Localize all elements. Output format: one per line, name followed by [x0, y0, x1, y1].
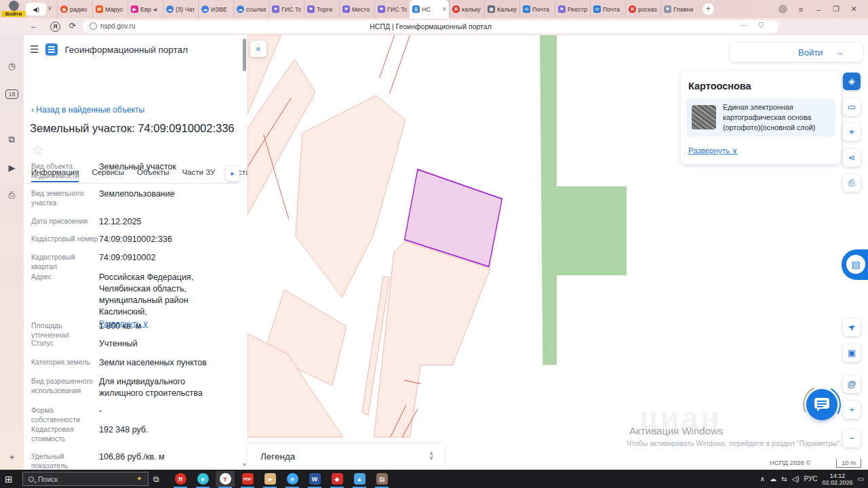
cadastral-parcel[interactable]: [374, 241, 491, 437]
start-button[interactable]: ⊞: [5, 474, 13, 485]
share-button[interactable]: ⋖: [843, 149, 861, 167]
layers-button[interactable]: ◈: [843, 73, 861, 90]
object-title: Земельный участок: 74:09:0910002:336: [30, 122, 235, 135]
chat-bubble-icon: [814, 397, 830, 412]
task-view-button[interactable]: ⧉: [153, 474, 159, 484]
collections-icon[interactable]: ⧉: [0, 134, 24, 145]
select-area-button[interactable]: ⌖: [843, 123, 861, 141]
hidden-icons-chevron[interactable]: ∧: [760, 475, 765, 483]
window-controls: ≡–❐✕: [792, 0, 863, 18]
taskbar-search[interactable]: Поиск ✦: [22, 472, 149, 486]
minimap-button[interactable]: ▣: [843, 344, 861, 362]
edge-app[interactable]: e: [193, 471, 212, 487]
clock[interactable]: 14:1202.02.2026: [823, 472, 853, 486]
word-app[interactable]: W: [305, 471, 324, 487]
browser-tab[interactable]: ▦Кальку: [484, 0, 519, 18]
explorer-app[interactable]: ▰: [260, 471, 279, 487]
map-login-button[interactable]: Войти →: [730, 43, 863, 62]
collapse-panel-button[interactable]: «: [250, 41, 267, 57]
green-zone[interactable]: [540, 35, 557, 365]
field-value: 12.12.2025: [99, 216, 231, 228]
notifications-icon[interactable]: ▭: [858, 475, 864, 483]
favorite-star-icon[interactable]: ☆: [32, 142, 43, 158]
green-zone[interactable]: [557, 186, 627, 275]
tab-close-icon[interactable]: ×: [442, 5, 446, 13]
panel-scrollbar[interactable]: ▼: [242, 37, 247, 467]
photos-app[interactable]: ▲: [350, 471, 369, 487]
video-icon[interactable]: ▶: [0, 163, 24, 173]
pdf-app[interactable]: PDF: [238, 471, 257, 487]
map-canvas[interactable]: циан Активация Windows Чтобы активироват…: [248, 35, 868, 470]
restore-button[interactable]: ❐: [827, 5, 845, 14]
basemap-layer-item[interactable]: Единая электронная картографическая осно…: [686, 98, 835, 137]
basemap-expand-link[interactable]: Развернуть ∨: [688, 146, 738, 155]
files-app[interactable]: ▤: [372, 471, 391, 487]
browser-tab[interactable]: ⚑ГИС То: [374, 0, 410, 18]
field-value: 74:09:0910002: [99, 252, 231, 264]
add-icon[interactable]: +: [0, 452, 24, 462]
new-tab-button[interactable]: +: [703, 3, 714, 15]
network-icon[interactable]: ⇆: [781, 475, 787, 483]
back-icon[interactable]: ←: [30, 21, 38, 30]
yandex-browser-app[interactable]: Y: [216, 471, 235, 487]
bookmark-icon[interactable]: ⛉: [759, 22, 764, 30]
browser-tab[interactable]: ☁ссылка: [233, 0, 269, 18]
close-button[interactable]: ✕: [845, 5, 863, 14]
browser-tab[interactable]: ⚑Главна: [660, 0, 696, 18]
browser-tab[interactable]: ⚑Реестр: [555, 0, 590, 18]
layers-drawer-handle[interactable]: ▤: [842, 249, 868, 280]
volume-icon[interactable]: ◁): [791, 475, 799, 483]
browser-tab[interactable]: ✉Почта: [519, 0, 555, 18]
language-indicator[interactable]: РУС: [804, 475, 817, 483]
screenshot-icon[interactable]: ⎙: [0, 190, 24, 201]
more-icon[interactable]: ⋯: [741, 22, 747, 29]
browser-tab[interactable]: ✉Почта: [590, 0, 625, 18]
coords-search-button[interactable]: @: [843, 375, 861, 393]
nspd-logo[interactable]: [45, 43, 58, 56]
ruler-button[interactable]: ▭: [843, 98, 861, 116]
minimize-button[interactable]: –: [810, 5, 827, 14]
zoom-in-button[interactable]: +: [843, 401, 861, 419]
scrollbar-thumb[interactable]: [243, 39, 246, 71]
legend-bar[interactable]: Легенда ∧∨: [248, 444, 444, 468]
zoom-out-button[interactable]: −: [843, 430, 861, 447]
browser-tab[interactable]: ⚑ГИС То: [269, 0, 304, 18]
back-to-results-link[interactable]: ‹ Назад в найденные объекты: [31, 105, 144, 115]
yandex-icon[interactable]: Я: [50, 22, 60, 32]
browser-tab[interactable]: ▶Евр◀): [127, 0, 163, 18]
red-tool-app[interactable]: ◆: [328, 471, 347, 487]
scroll-down-icon[interactable]: ▼: [242, 462, 247, 467]
ie-app[interactable]: e: [283, 471, 302, 487]
page-title: НСПД | Геоинформационный портал: [83, 22, 778, 30]
basemap-layer-name: Единая электронная картографическая осно…: [723, 102, 831, 133]
chevron-down-icon[interactable]: ∨: [47, 5, 52, 12]
yandex-search-app[interactable]: Я: [171, 471, 190, 487]
field-label: Статус: [31, 339, 99, 348]
chat-button[interactable]: [806, 389, 837, 420]
history-icon[interactable]: ◷: [0, 61, 24, 71]
print-button[interactable]: ⎙: [843, 174, 861, 192]
profile-icon[interactable]: [778, 5, 787, 14]
tab-sound-button[interactable]: ◀): [26, 3, 46, 16]
refresh-icon[interactable]: ⟳: [69, 21, 76, 30]
browser-tab[interactable]: Яросказ: [625, 0, 660, 18]
browser-menu-icon[interactable]: ≡: [792, 5, 810, 14]
browser-profile-login[interactable]: Войти: [1, 1, 26, 18]
browser-tab[interactable]: ⚑Торги: [304, 0, 339, 18]
browser-tab[interactable]: ☁ИЗВЕ: [198, 0, 233, 18]
menu-icon[interactable]: ☰: [30, 43, 39, 56]
tabs-count-badge[interactable]: 18: [0, 88, 24, 99]
browser-tab[interactable]: ◉радио: [57, 0, 92, 18]
chevron-up-down-icon[interactable]: ∧∨: [429, 452, 433, 460]
browser-tab[interactable]: ММарус: [92, 0, 127, 18]
browser-tab[interactable]: ☁(3) Чат: [163, 0, 198, 18]
browser-tab[interactable]: Якальку: [449, 0, 484, 18]
browser-tab[interactable]: ⚑Место: [339, 0, 374, 18]
url-field[interactable]: nspd.gov.ru НСПД | Геоинформационный пор…: [83, 20, 778, 33]
cloud-icon[interactable]: ☁: [770, 475, 776, 483]
cadastral-parcel[interactable]: [296, 96, 406, 298]
locate-button[interactable]: ➤: [843, 319, 861, 336]
browser-tab[interactable]: ≣НС×: [410, 0, 449, 18]
tab-label: кальку: [462, 6, 481, 13]
windows-taskbar: ⊞ Поиск ✦ ⧉ ∧☁⇆◁)РУС14:1202.02.2026▭ ЯeY…: [0, 470, 868, 488]
